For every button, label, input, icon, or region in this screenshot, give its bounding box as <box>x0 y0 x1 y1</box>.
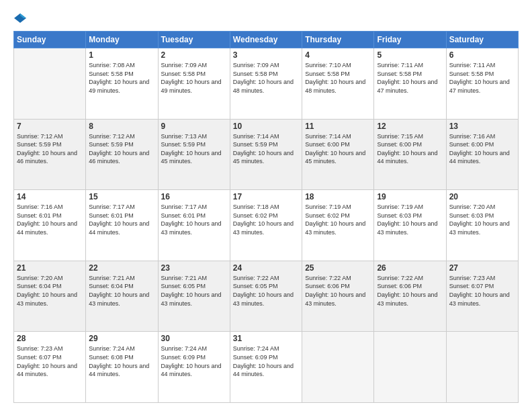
day-number: 17 <box>233 192 299 201</box>
calendar-cell: 15Sunrise: 7:17 AMSunset: 6:01 PMDayligh… <box>86 190 158 261</box>
calendar-cell: 14Sunrise: 7:16 AMSunset: 6:01 PMDayligh… <box>14 190 86 261</box>
calendar-cell: 13Sunrise: 7:16 AMSunset: 6:00 PMDayligh… <box>446 119 518 190</box>
calendar-cell: 28Sunrise: 7:23 AMSunset: 6:07 PMDayligh… <box>14 332 86 403</box>
day-number: 22 <box>89 263 154 273</box>
calendar-cell: 9Sunrise: 7:13 AMSunset: 5:59 PMDaylight… <box>158 119 230 190</box>
calendar-cell: 6Sunrise: 7:11 AMSunset: 5:58 PMDaylight… <box>446 48 518 120</box>
day-number: 28 <box>17 334 83 343</box>
cell-info: Sunrise: 7:22 AMSunset: 6:05 PMDaylight:… <box>233 275 294 307</box>
cell-info: Sunrise: 7:22 AMSunset: 6:06 PMDaylight:… <box>305 275 365 307</box>
day-number: 15 <box>89 192 154 201</box>
logo-text <box>13 12 26 24</box>
cell-info: Sunrise: 7:12 AMSunset: 5:59 PMDaylight:… <box>89 133 149 165</box>
cell-info: Sunrise: 7:20 AMSunset: 6:03 PMDaylight:… <box>449 203 510 236</box>
day-number: 5 <box>377 50 443 60</box>
header <box>13 12 519 24</box>
day-number: 8 <box>89 122 154 131</box>
day-number: 26 <box>377 263 443 273</box>
day-header-monday: Monday <box>86 32 158 48</box>
calendar-cell: 20Sunrise: 7:20 AMSunset: 6:03 PMDayligh… <box>446 190 518 261</box>
calendar-cell: 12Sunrise: 7:15 AMSunset: 6:00 PMDayligh… <box>374 119 446 190</box>
calendar-cell: 21Sunrise: 7:20 AMSunset: 6:04 PMDayligh… <box>14 261 86 332</box>
cell-info: Sunrise: 7:11 AMSunset: 5:58 PMDaylight:… <box>449 62 510 94</box>
day-header-tuesday: Tuesday <box>158 32 230 48</box>
calendar-cell: 16Sunrise: 7:17 AMSunset: 6:01 PMDayligh… <box>158 190 230 261</box>
calendar-cell <box>446 332 518 403</box>
calendar-cell: 8Sunrise: 7:12 AMSunset: 5:59 PMDaylight… <box>86 119 158 190</box>
calendar-cell: 1Sunrise: 7:08 AMSunset: 5:58 PMDaylight… <box>86 48 158 120</box>
day-number: 4 <box>305 50 371 60</box>
calendar-cell: 17Sunrise: 7:18 AMSunset: 6:02 PMDayligh… <box>230 190 302 261</box>
cell-info: Sunrise: 7:11 AMSunset: 5:58 PMDaylight:… <box>377 62 437 94</box>
day-number: 9 <box>161 122 227 131</box>
calendar-table: SundayMondayTuesdayWednesdayThursdayFrid… <box>13 31 519 403</box>
day-number: 30 <box>161 334 227 343</box>
cell-info: Sunrise: 7:17 AMSunset: 6:01 PMDaylight:… <box>89 203 149 236</box>
cell-info: Sunrise: 7:21 AMSunset: 6:04 PMDaylight:… <box>89 275 149 307</box>
cell-info: Sunrise: 7:16 AMSunset: 6:01 PMDaylight:… <box>17 203 77 236</box>
calendar-cell: 30Sunrise: 7:24 AMSunset: 6:09 PMDayligh… <box>158 332 230 403</box>
cell-info: Sunrise: 7:24 AMSunset: 6:09 PMDaylight:… <box>233 345 294 377</box>
day-number: 3 <box>233 50 299 60</box>
day-header-friday: Friday <box>374 32 446 48</box>
calendar-cell: 24Sunrise: 7:22 AMSunset: 6:05 PMDayligh… <box>230 261 302 332</box>
day-number: 14 <box>17 192 83 201</box>
day-number: 31 <box>233 334 299 343</box>
calendar-cell: 22Sunrise: 7:21 AMSunset: 6:04 PMDayligh… <box>86 261 158 332</box>
calendar-cell: 5Sunrise: 7:11 AMSunset: 5:58 PMDaylight… <box>374 48 446 120</box>
day-header-saturday: Saturday <box>446 32 518 48</box>
calendar-cell: 27Sunrise: 7:23 AMSunset: 6:07 PMDayligh… <box>446 261 518 332</box>
day-number: 13 <box>449 122 515 131</box>
day-number: 1 <box>89 50 154 60</box>
cell-info: Sunrise: 7:24 AMSunset: 6:09 PMDaylight:… <box>161 345 222 377</box>
logo-icon <box>14 12 26 24</box>
cell-info: Sunrise: 7:12 AMSunset: 5:59 PMDaylight:… <box>17 133 77 165</box>
page: SundayMondayTuesdayWednesdayThursdayFrid… <box>0 0 532 411</box>
cell-info: Sunrise: 7:17 AMSunset: 6:01 PMDaylight:… <box>161 203 222 236</box>
day-number: 21 <box>17 263 83 273</box>
cell-info: Sunrise: 7:16 AMSunset: 6:00 PMDaylight:… <box>449 133 510 165</box>
calendar-cell: 26Sunrise: 7:22 AMSunset: 6:06 PMDayligh… <box>374 261 446 332</box>
calendar-cell: 31Sunrise: 7:24 AMSunset: 6:09 PMDayligh… <box>230 332 302 403</box>
calendar-cell: 18Sunrise: 7:19 AMSunset: 6:02 PMDayligh… <box>302 190 374 261</box>
cell-info: Sunrise: 7:23 AMSunset: 6:07 PMDaylight:… <box>449 275 510 307</box>
cell-info: Sunrise: 7:09 AMSunset: 5:58 PMDaylight:… <box>161 62 222 94</box>
cell-info: Sunrise: 7:13 AMSunset: 5:59 PMDaylight:… <box>161 133 222 165</box>
day-number: 19 <box>377 192 443 201</box>
cell-info: Sunrise: 7:24 AMSunset: 6:08 PMDaylight:… <box>89 345 149 377</box>
day-header-sunday: Sunday <box>14 32 86 48</box>
calendar-cell: 2Sunrise: 7:09 AMSunset: 5:58 PMDaylight… <box>158 48 230 120</box>
day-number: 7 <box>17 122 83 131</box>
cell-info: Sunrise: 7:10 AMSunset: 5:58 PMDaylight:… <box>305 62 365 94</box>
cell-info: Sunrise: 7:19 AMSunset: 6:03 PMDaylight:… <box>377 203 437 236</box>
cell-info: Sunrise: 7:08 AMSunset: 5:58 PMDaylight:… <box>89 62 149 94</box>
day-number: 18 <box>305 192 371 201</box>
day-number: 10 <box>233 122 299 131</box>
calendar-cell: 7Sunrise: 7:12 AMSunset: 5:59 PMDaylight… <box>14 119 86 190</box>
day-number: 25 <box>305 263 371 273</box>
day-number: 2 <box>161 50 227 60</box>
calendar-cell <box>374 332 446 403</box>
day-number: 23 <box>161 263 227 273</box>
calendar-cell: 29Sunrise: 7:24 AMSunset: 6:08 PMDayligh… <box>86 332 158 403</box>
day-number: 20 <box>449 192 515 201</box>
logo <box>13 12 26 24</box>
calendar-cell: 3Sunrise: 7:09 AMSunset: 5:58 PMDaylight… <box>230 48 302 120</box>
day-number: 12 <box>377 122 443 131</box>
cell-info: Sunrise: 7:23 AMSunset: 6:07 PMDaylight:… <box>17 345 77 377</box>
cell-info: Sunrise: 7:09 AMSunset: 5:58 PMDaylight:… <box>233 62 294 94</box>
cell-info: Sunrise: 7:14 AMSunset: 5:59 PMDaylight:… <box>233 133 294 165</box>
day-header-wednesday: Wednesday <box>230 32 302 48</box>
day-number: 11 <box>305 122 371 131</box>
day-number: 16 <box>161 192 227 201</box>
calendar-cell: 23Sunrise: 7:21 AMSunset: 6:05 PMDayligh… <box>158 261 230 332</box>
cell-info: Sunrise: 7:20 AMSunset: 6:04 PMDaylight:… <box>17 275 77 307</box>
cell-info: Sunrise: 7:19 AMSunset: 6:02 PMDaylight:… <box>305 203 365 236</box>
day-number: 24 <box>233 263 299 273</box>
day-header-thursday: Thursday <box>302 32 374 48</box>
calendar-cell: 10Sunrise: 7:14 AMSunset: 5:59 PMDayligh… <box>230 119 302 190</box>
day-number: 27 <box>449 263 515 273</box>
cell-info: Sunrise: 7:22 AMSunset: 6:06 PMDaylight:… <box>377 275 437 307</box>
calendar-cell: 25Sunrise: 7:22 AMSunset: 6:06 PMDayligh… <box>302 261 374 332</box>
calendar-cell: 4Sunrise: 7:10 AMSunset: 5:58 PMDaylight… <box>302 48 374 120</box>
